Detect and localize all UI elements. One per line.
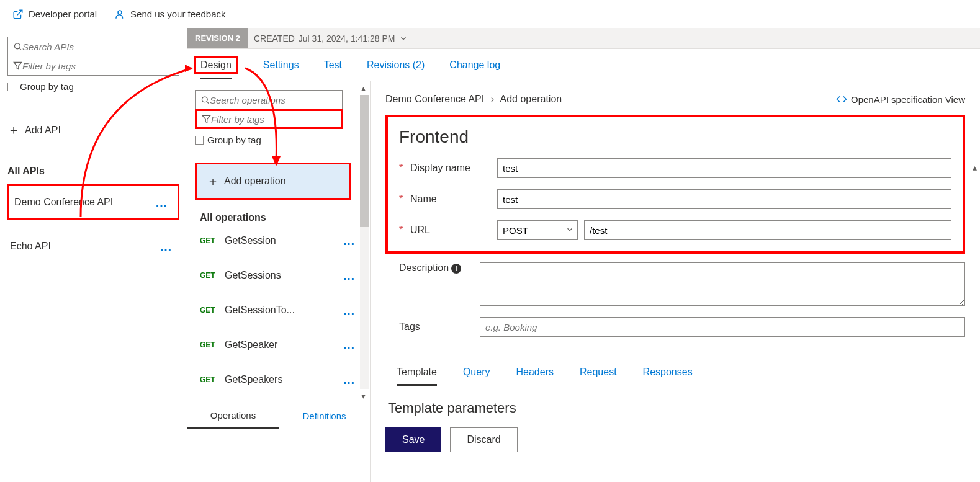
tab-changelog[interactable]: Change log [449,60,500,71]
external-link-icon [12,9,24,20]
tags-input[interactable] [480,317,965,337]
required-marker: * [399,194,410,205]
developer-portal-label: Developer portal [29,9,97,19]
scrollbar[interactable]: ▴ [969,162,980,476]
revision-badge[interactable]: REVISION 2 [187,28,248,48]
scrollbar[interactable] [360,95,369,389]
group-operations-label: Group by tag [207,135,261,145]
operations-bottom-tabs: Operations Definitions [187,403,370,429]
svg-point-1 [118,11,122,14]
subtab-query[interactable]: Query [463,367,490,386]
feedback-link[interactable]: Send us your feedback [114,9,225,20]
breadcrumb: Demo Conference API › Add operation [385,94,562,105]
tab-design[interactable]: Design [200,60,232,79]
revision-created[interactable]: CREATED Jul 31, 2024, 1:41:28 PM [248,33,414,43]
feedback-label: Send us your feedback [130,9,225,19]
http-method: GET [200,341,225,349]
scroll-down-icon[interactable]: ▾ [357,390,369,401]
more-icon[interactable]: … [343,234,356,248]
operation-editor-panel: Demo Conference API › Add operation Open… [371,81,980,482]
discard-button[interactable]: Discard [450,427,517,452]
add-api-button[interactable]: ＋ Add API [7,122,179,138]
operation-name: GetSpeaker [225,339,343,350]
filter-tags-input[interactable] [22,61,174,71]
description-textarea[interactable] [480,262,965,306]
frontend-form: Frontend * Display name * Name * URL [385,115,965,254]
api-item-echo[interactable]: Echo API … [7,231,179,261]
http-method: GET [200,306,225,315]
tab-test[interactable]: Test [324,60,342,71]
breadcrumb-api[interactable]: Demo Conference API [385,94,484,104]
chevron-down-icon [399,34,408,43]
operation-item[interactable]: GETGetSessions… [195,258,362,293]
more-icon[interactable]: … [343,269,356,283]
tab-settings[interactable]: Settings [263,60,299,71]
created-label: CREATED [254,33,295,43]
group-by-tag-checkbox[interactable] [7,83,16,91]
save-button[interactable]: Save [385,427,441,452]
svg-line-0 [17,10,22,15]
breadcrumb-separator: › [491,94,494,104]
filter-tags-wrap [7,56,179,76]
search-operations-input[interactable] [210,95,337,105]
api-item-label: Echo API [10,241,51,252]
http-method: GET [200,271,225,280]
http-method: GET [200,375,225,384]
tab-operations[interactable]: Operations [187,403,279,429]
chevron-down-icon [565,225,574,234]
subtab-request[interactable]: Request [580,367,617,386]
subtab-responses[interactable]: Responses [643,367,693,386]
operation-item[interactable]: GETGetSpeaker… [195,328,362,362]
breadcrumb-action: Add operation [500,94,562,104]
tab-revisions[interactable]: Revisions (2) [367,60,425,71]
frontend-heading: Frontend [399,127,951,147]
add-operation-button[interactable]: ＋ Add operation [195,163,351,200]
required-marker: * [399,225,410,236]
more-icon[interactable]: … [155,195,169,210]
feedback-icon [114,9,125,20]
name-input[interactable] [497,189,951,209]
operation-item[interactable]: GETGetSessionTo...… [195,293,362,328]
filter-icon [202,114,211,124]
more-icon[interactable]: … [160,239,173,254]
more-icon[interactable]: … [343,373,356,387]
scrollbar-thumb[interactable] [360,95,369,227]
display-name-input[interactable] [497,158,951,178]
display-name-label: Display name [410,163,497,174]
api-item-demo-conference[interactable]: Demo Conference API … [12,187,175,217]
operation-name: GetSessions [225,270,343,281]
developer-portal-link[interactable]: Developer portal [12,9,97,20]
more-icon[interactable]: … [343,303,356,318]
description-label: Descriptioni [399,262,480,274]
tags-label: Tags [399,321,480,332]
svg-line-6 [207,102,209,104]
filter-operations-input[interactable] [211,114,336,125]
all-apis-heading: All APIs [7,166,179,177]
filter-icon [13,61,22,71]
group-operations-checkbox[interactable] [195,136,204,145]
subtab-headers[interactable]: Headers [516,367,554,386]
scroll-up-icon[interactable]: ▴ [357,83,369,94]
openapi-label: OpenAPI specification View [851,94,965,105]
operation-item[interactable]: GETGetSpeakers… [195,362,362,397]
code-icon [836,94,847,105]
filter-operations-wrap [195,109,343,129]
more-icon[interactable]: … [343,338,356,352]
url-path-input[interactable] [584,220,951,240]
info-icon[interactable]: i [451,264,461,274]
created-value: Jul 31, 2024, 1:41:28 PM [299,33,395,43]
search-apis-input[interactable] [22,42,174,52]
top-toolbar: Developer portal Send us your feedback [0,0,980,28]
all-operations-heading: All operations [195,212,362,223]
openapi-view-button[interactable]: OpenAPI specification View [836,94,965,105]
api-tabs: Design Settings Test Revisions (2) Chang… [187,49,980,81]
operation-item[interactable]: GETGetSession… [195,223,362,258]
scroll-up-icon[interactable]: ▴ [969,162,980,172]
subtab-template[interactable]: Template [397,367,437,386]
svg-marker-4 [14,62,22,69]
tab-definitions[interactable]: Definitions [279,403,370,429]
url-label: URL [410,225,497,236]
svg-marker-7 [202,115,210,122]
operation-name: GetSession [225,235,343,246]
operation-name: GetSpeakers [225,374,343,385]
